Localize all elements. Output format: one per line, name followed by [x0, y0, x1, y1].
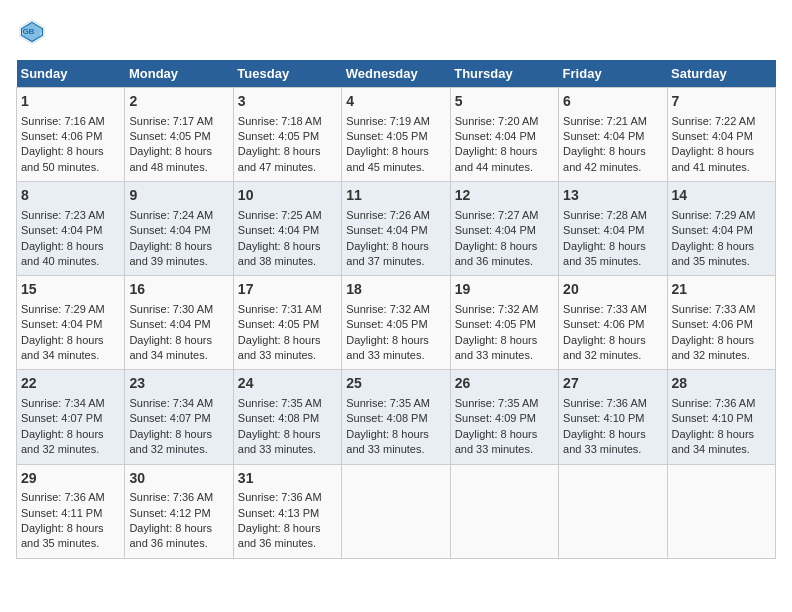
calendar-cell: [450, 464, 558, 558]
calendar-cell: [667, 464, 775, 558]
sunset: Sunset: 4:08 PM: [238, 412, 319, 424]
sunrise: Sunrise: 7:30 AM: [129, 303, 213, 315]
week-row-3: 15Sunrise: 7:29 AMSunset: 4:04 PMDayligh…: [17, 276, 776, 370]
daylight: Daylight: 8 hours and 44 minutes.: [455, 145, 538, 172]
sunset: Sunset: 4:06 PM: [672, 318, 753, 330]
sunset: Sunset: 4:04 PM: [563, 224, 644, 236]
daylight: Daylight: 8 hours and 41 minutes.: [672, 145, 755, 172]
sunrise: Sunrise: 7:29 AM: [21, 303, 105, 315]
day-number: 19: [455, 280, 554, 300]
sunset: Sunset: 4:04 PM: [238, 224, 319, 236]
day-number: 28: [672, 374, 771, 394]
day-number: 16: [129, 280, 228, 300]
sunrise: Sunrise: 7:31 AM: [238, 303, 322, 315]
header-row: SundayMondayTuesdayWednesdayThursdayFrid…: [17, 60, 776, 88]
sunset: Sunset: 4:05 PM: [129, 130, 210, 142]
daylight: Daylight: 8 hours and 50 minutes.: [21, 145, 104, 172]
calendar-cell: 25Sunrise: 7:35 AMSunset: 4:08 PMDayligh…: [342, 370, 450, 464]
daylight: Daylight: 8 hours and 36 minutes.: [455, 240, 538, 267]
day-number: 9: [129, 186, 228, 206]
day-number: 1: [21, 92, 120, 112]
daylight: Daylight: 8 hours and 33 minutes.: [346, 334, 429, 361]
column-header-sunday: Sunday: [17, 60, 125, 88]
sunset: Sunset: 4:07 PM: [21, 412, 102, 424]
daylight: Daylight: 8 hours and 42 minutes.: [563, 145, 646, 172]
sunrise: Sunrise: 7:35 AM: [346, 397, 430, 409]
calendar-cell: 12Sunrise: 7:27 AMSunset: 4:04 PMDayligh…: [450, 182, 558, 276]
sunrise: Sunrise: 7:36 AM: [21, 491, 105, 503]
daylight: Daylight: 8 hours and 33 minutes.: [455, 428, 538, 455]
daylight: Daylight: 8 hours and 34 minutes.: [672, 428, 755, 455]
sunrise: Sunrise: 7:25 AM: [238, 209, 322, 221]
sunrise: Sunrise: 7:24 AM: [129, 209, 213, 221]
sunset: Sunset: 4:13 PM: [238, 507, 319, 519]
calendar-cell: 24Sunrise: 7:35 AMSunset: 4:08 PMDayligh…: [233, 370, 341, 464]
day-number: 8: [21, 186, 120, 206]
sunrise: Sunrise: 7:33 AM: [672, 303, 756, 315]
calendar-cell: 13Sunrise: 7:28 AMSunset: 4:04 PMDayligh…: [559, 182, 667, 276]
day-number: 29: [21, 469, 120, 489]
day-number: 31: [238, 469, 337, 489]
daylight: Daylight: 8 hours and 45 minutes.: [346, 145, 429, 172]
sunset: Sunset: 4:04 PM: [455, 130, 536, 142]
day-number: 2: [129, 92, 228, 112]
page-header: GB: [16, 16, 776, 48]
week-row-5: 29Sunrise: 7:36 AMSunset: 4:11 PMDayligh…: [17, 464, 776, 558]
day-number: 5: [455, 92, 554, 112]
daylight: Daylight: 8 hours and 32 minutes.: [21, 428, 104, 455]
daylight: Daylight: 8 hours and 32 minutes.: [129, 428, 212, 455]
sunset: Sunset: 4:04 PM: [455, 224, 536, 236]
day-number: 15: [21, 280, 120, 300]
sunrise: Sunrise: 7:36 AM: [672, 397, 756, 409]
calendar-cell: 15Sunrise: 7:29 AMSunset: 4:04 PMDayligh…: [17, 276, 125, 370]
sunset: Sunset: 4:05 PM: [346, 130, 427, 142]
calendar-cell: 10Sunrise: 7:25 AMSunset: 4:04 PMDayligh…: [233, 182, 341, 276]
sunset: Sunset: 4:05 PM: [455, 318, 536, 330]
sunset: Sunset: 4:05 PM: [238, 130, 319, 142]
day-number: 17: [238, 280, 337, 300]
day-number: 13: [563, 186, 662, 206]
sunset: Sunset: 4:10 PM: [672, 412, 753, 424]
day-number: 23: [129, 374, 228, 394]
daylight: Daylight: 8 hours and 35 minutes.: [21, 522, 104, 549]
sunrise: Sunrise: 7:32 AM: [455, 303, 539, 315]
week-row-4: 22Sunrise: 7:34 AMSunset: 4:07 PMDayligh…: [17, 370, 776, 464]
sunrise: Sunrise: 7:35 AM: [455, 397, 539, 409]
calendar-cell: 1Sunrise: 7:16 AMSunset: 4:06 PMDaylight…: [17, 88, 125, 182]
sunset: Sunset: 4:09 PM: [455, 412, 536, 424]
daylight: Daylight: 8 hours and 35 minutes.: [563, 240, 646, 267]
sunset: Sunset: 4:04 PM: [129, 224, 210, 236]
sunrise: Sunrise: 7:16 AM: [21, 115, 105, 127]
logo: GB: [16, 16, 52, 48]
sunrise: Sunrise: 7:28 AM: [563, 209, 647, 221]
daylight: Daylight: 8 hours and 32 minutes.: [563, 334, 646, 361]
sunset: Sunset: 4:08 PM: [346, 412, 427, 424]
calendar-cell: [342, 464, 450, 558]
calendar-cell: 4Sunrise: 7:19 AMSunset: 4:05 PMDaylight…: [342, 88, 450, 182]
sunset: Sunset: 4:04 PM: [21, 318, 102, 330]
calendar-cell: 30Sunrise: 7:36 AMSunset: 4:12 PMDayligh…: [125, 464, 233, 558]
column-header-wednesday: Wednesday: [342, 60, 450, 88]
calendar-table: SundayMondayTuesdayWednesdayThursdayFrid…: [16, 60, 776, 559]
sunset: Sunset: 4:04 PM: [21, 224, 102, 236]
calendar-cell: 20Sunrise: 7:33 AMSunset: 4:06 PMDayligh…: [559, 276, 667, 370]
sunset: Sunset: 4:05 PM: [238, 318, 319, 330]
sunrise: Sunrise: 7:27 AM: [455, 209, 539, 221]
day-number: 11: [346, 186, 445, 206]
calendar-cell: 11Sunrise: 7:26 AMSunset: 4:04 PMDayligh…: [342, 182, 450, 276]
sunset: Sunset: 4:10 PM: [563, 412, 644, 424]
sunset: Sunset: 4:04 PM: [129, 318, 210, 330]
sunrise: Sunrise: 7:19 AM: [346, 115, 430, 127]
day-number: 20: [563, 280, 662, 300]
sunrise: Sunrise: 7:29 AM: [672, 209, 756, 221]
calendar-cell: 7Sunrise: 7:22 AMSunset: 4:04 PMDaylight…: [667, 88, 775, 182]
calendar-cell: 16Sunrise: 7:30 AMSunset: 4:04 PMDayligh…: [125, 276, 233, 370]
daylight: Daylight: 8 hours and 36 minutes.: [238, 522, 321, 549]
sunrise: Sunrise: 7:17 AM: [129, 115, 213, 127]
day-number: 30: [129, 469, 228, 489]
calendar-cell: 22Sunrise: 7:34 AMSunset: 4:07 PMDayligh…: [17, 370, 125, 464]
sunrise: Sunrise: 7:32 AM: [346, 303, 430, 315]
daylight: Daylight: 8 hours and 34 minutes.: [129, 334, 212, 361]
calendar-cell: 5Sunrise: 7:20 AMSunset: 4:04 PMDaylight…: [450, 88, 558, 182]
column-header-tuesday: Tuesday: [233, 60, 341, 88]
